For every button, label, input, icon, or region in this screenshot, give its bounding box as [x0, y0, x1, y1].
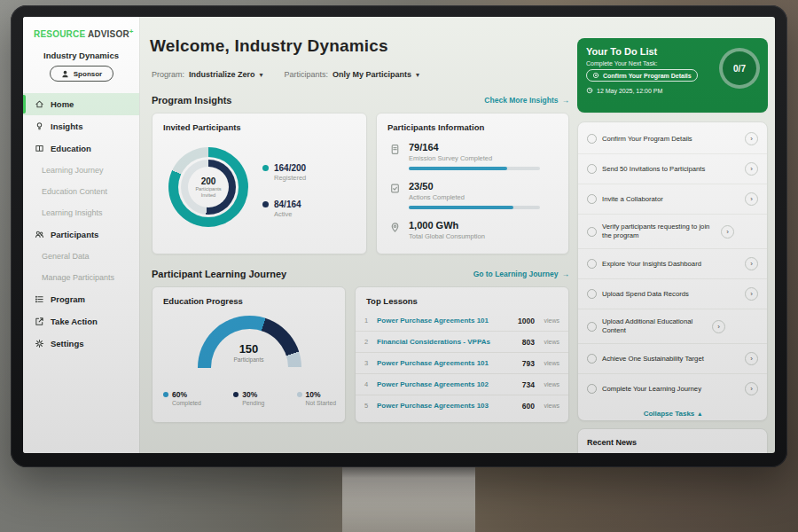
task-item[interactable]: Achieve One Sustainability Target ›	[578, 344, 767, 374]
lesson-title-link[interactable]: Power Purchase Agreements 101	[377, 317, 512, 325]
task-item[interactable]: Upload Additional Educational Content ›	[578, 309, 767, 344]
task-item[interactable]: Invite a Collaborator ›	[578, 184, 767, 215]
task-checkbox[interactable]	[587, 194, 597, 204]
sidebar-item-learning-journey[interactable]: Learning Journey	[23, 160, 139, 181]
check-more-insights-link[interactable]: Check More Insights →	[484, 96, 569, 105]
book-icon	[35, 144, 44, 153]
sidebar-item-program[interactable]: Program	[23, 288, 139, 310]
task-label: Upload Spend Data Records	[602, 290, 739, 299]
lesson-views-suffix: views	[540, 403, 559, 409]
sidebar-item-label: Settings	[51, 339, 83, 348]
page-title: Welcome, Industry Dynamics	[150, 36, 388, 56]
due-date: 12 May 2025, 12:00 PM	[597, 88, 662, 94]
donut-center-value: 200	[201, 176, 216, 186]
donut-center: 200 Participants Invited	[188, 167, 229, 207]
lesson-title-link[interactable]: Power Purchase Agreements 101	[377, 359, 517, 367]
task-item[interactable]: Confirm Your Program Details ›	[578, 124, 767, 154]
go-to-learning-journey-link[interactable]: Go to Learning Journey →	[473, 270, 569, 278]
task-item[interactable]: Verify participants requesting to join t…	[578, 215, 767, 249]
lesson-title-link[interactable]: Power Purchase Agreements 103	[377, 402, 517, 410]
gauge-center-value: 150	[153, 342, 345, 356]
sidebar-item-learning-insights[interactable]: Learning Insights	[23, 202, 139, 223]
info-row-emission-survey: 79/164 Emission Survey Completed	[389, 142, 540, 170]
lesson-title-link[interactable]: Power Purchase Agreements 102	[377, 380, 517, 388]
task-checkbox[interactable]	[587, 322, 597, 332]
sponsor-badge: Sponsor	[50, 66, 113, 82]
link-label: Check More Insights	[484, 96, 558, 105]
lesson-rank: 3	[364, 359, 372, 367]
task-checkbox[interactable]	[587, 259, 597, 269]
chevron-right-icon[interactable]: ›	[745, 352, 758, 365]
task-item[interactable]: Upload Spend Data Records ›	[578, 279, 767, 309]
sidebar-item-label: Learning Insights	[42, 208, 103, 217]
legend-dot	[262, 165, 269, 171]
pin-icon	[389, 222, 401, 233]
card-title: Participants Information	[377, 113, 568, 132]
task-checkbox[interactable]	[587, 227, 597, 237]
home-icon	[35, 99, 44, 109]
chevron-right-icon[interactable]: ›	[745, 382, 758, 395]
task-item[interactable]: Explore Your Insights Dashboard ›	[578, 249, 767, 279]
sidebar-item-participants[interactable]: Participants	[23, 223, 139, 246]
chevron-right-icon[interactable]: ›	[745, 192, 758, 206]
chevron-right-icon[interactable]: ›	[712, 320, 725, 333]
sidebar: RESOURCE ADVISOR+ Industry Dynamics Spon…	[23, 17, 140, 453]
section-title: Participant Learning Journey	[152, 269, 286, 279]
sidebar-item-home[interactable]: Home	[23, 93, 139, 115]
info-label: Actions Completed	[409, 193, 540, 201]
task-checkbox[interactable]	[587, 384, 597, 394]
sidebar-item-label: Insights	[51, 121, 82, 131]
filter-bar: Program: Industrialize Zero ▾ Participan…	[152, 70, 419, 79]
lesson-row: 3 Power Purchase Agreements 101 793 view…	[356, 353, 568, 374]
task-label: Send 50 Invitations to Participants	[602, 165, 739, 174]
lesson-row: 2 Financial Considerations - VPPAs 803 v…	[356, 332, 568, 353]
list-icon	[35, 294, 44, 304]
card-title: Education Progress	[153, 287, 345, 306]
legend-value: 164/200	[274, 163, 306, 173]
task-checkbox[interactable]	[587, 354, 597, 364]
legend-value: 10%	[306, 390, 321, 399]
sidebar-item-education[interactable]: Education	[23, 137, 139, 160]
task-checkbox[interactable]	[587, 164, 597, 174]
sidebar-item-label: Take Action	[51, 317, 98, 326]
sidebar-item-manage-participants[interactable]: Manage Participants	[23, 267, 139, 288]
legend-label: Not Started	[306, 400, 336, 406]
chevron-right-icon[interactable]: ›	[745, 257, 758, 270]
task-checkbox[interactable]	[587, 289, 597, 299]
info-value: 79/164	[409, 142, 540, 153]
sidebar-item-settings[interactable]: Settings	[23, 332, 139, 355]
next-task-pill[interactable]: Confirm Your Program Details	[586, 69, 698, 82]
chevron-down-icon: ▾	[260, 71, 263, 79]
sidebar-item-insights[interactable]: Insights	[23, 115, 139, 137]
chevron-right-icon[interactable]: ›	[745, 162, 758, 176]
task-label: Confirm Your Program Details	[602, 135, 739, 144]
task-item[interactable]: Send 50 Invitations to Participants ›	[578, 154, 767, 184]
progress-bar	[409, 206, 540, 209]
program-filter-dropdown[interactable]: Program: Industrialize Zero ▾	[152, 70, 263, 79]
lesson-rank: 5	[364, 402, 372, 410]
sidebar-item-take-action[interactable]: Take Action	[23, 310, 139, 332]
info-value: 23/50	[409, 181, 540, 192]
sidebar-item-label: Education	[51, 144, 91, 153]
collapse-tasks-link[interactable]: Collapse Tasks ▴	[578, 403, 767, 421]
sponsor-badge-label: Sponsor	[74, 70, 102, 78]
lesson-rank: 1	[364, 317, 372, 325]
sidebar-item-education-content[interactable]: Education Content	[23, 181, 139, 202]
gauge-center-label: Participants	[153, 356, 345, 363]
participants-filter-value: Only My Participants	[332, 70, 411, 79]
participants-filter-dropdown[interactable]: Participants: Only My Participants ▾	[285, 70, 420, 79]
task-item[interactable]: Complete Your Learning Journey ›	[578, 374, 767, 403]
chevron-right-icon[interactable]: ›	[745, 132, 758, 145]
info-value: 1,000 GWh	[409, 220, 485, 231]
lesson-views-suffix: views	[540, 381, 559, 387]
task-label: Invite a Collaborator	[602, 195, 739, 204]
legend-dot	[262, 201, 269, 207]
chevron-right-icon[interactable]: ›	[721, 225, 734, 239]
recent-news-title: Recent News	[587, 438, 637, 447]
chevron-right-icon[interactable]: ›	[745, 287, 758, 301]
sidebar-item-general-data[interactable]: General Data	[23, 246, 139, 267]
task-checkbox[interactable]	[587, 134, 597, 144]
lesson-views-suffix: views	[540, 339, 559, 345]
legend-dot	[297, 392, 302, 397]
lesson-title-link[interactable]: Financial Considerations - VPPAs	[377, 338, 517, 346]
